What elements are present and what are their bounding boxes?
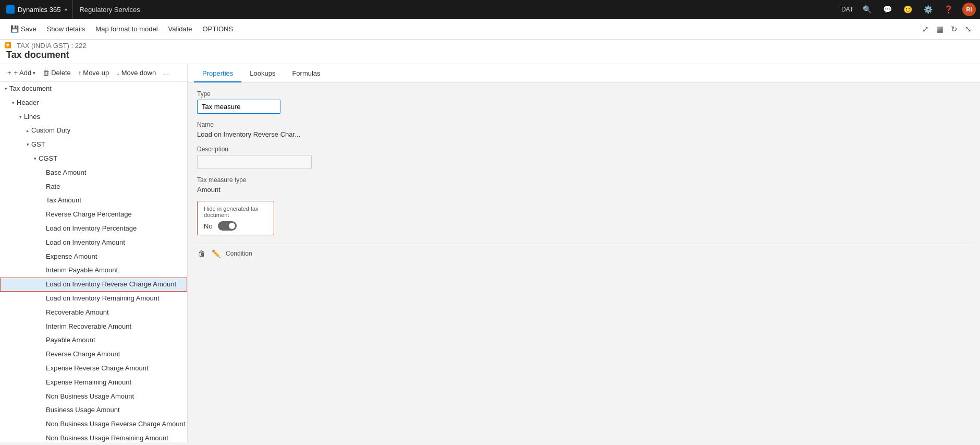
tree-item[interactable]: Load on Inventory Amount [0,236,187,250]
tree-item[interactable]: Base Amount [0,166,187,180]
tree-expand-spacer [39,379,46,386]
tree-expand-spacer [39,365,46,372]
condition-edit-icon[interactable]: ✏️ [211,248,222,259]
save-button[interactable]: 💾 Save [6,23,41,35]
hide-toggle[interactable] [218,221,237,231]
validate-button[interactable]: Validate [164,23,197,35]
tree-toolbar: + + Add ▾ 🗑 Delete ↑ Move up ↓ Move down… [0,64,187,82]
tree-item[interactable]: Load on Inventory Remaining Amount [0,292,187,306]
name-label: Name [197,121,971,128]
sidebar-toggle-icon[interactable]: ▦ [934,23,946,35]
tree-item[interactable]: Non Business Usage Remaining Amount [0,431,187,442]
tree-item[interactable]: Tax Amount [0,194,187,208]
tree-item[interactable]: Rate [0,180,187,194]
tree-expand-icon: ▾ [17,113,24,121]
description-label: Description [197,146,971,153]
tab-properties[interactable]: Properties [194,64,241,82]
move-up-button[interactable]: ↑ Move up [75,67,112,78]
fullscreen-icon[interactable]: ⤢ [920,23,931,35]
description-field-group: Description [197,146,971,169]
tree-item[interactable]: ▾ Header [0,96,187,110]
tree-item[interactable]: Reverse Charge Percentage [0,208,187,222]
tree-item[interactable]: ▸ Custom Duty [0,124,187,138]
tree-item[interactable]: ▾ CGST [0,152,187,166]
options-button[interactable]: OPTIONS [199,23,238,35]
tree-item[interactable]: Load on Inventory Reverse Charge Amount [0,278,187,292]
condition-delete-icon[interactable]: 🗑 [197,248,206,259]
show-details-button[interactable]: Show details [43,23,90,35]
tree-item-label: Non Business Usage Reverse Charge Amount [46,419,185,430]
tree-item[interactable]: Expense Amount [0,250,187,264]
refresh-icon[interactable]: ↻ [949,23,960,35]
move-down-button[interactable]: ↓ Move down [113,67,159,78]
more-options-button[interactable]: ... [160,67,172,78]
tab-lookups[interactable]: Lookups [241,64,284,82]
tree-item[interactable]: Interim Payable Amount [0,263,187,278]
main-layout: + + Add ▾ 🗑 Delete ↑ Move up ↓ Move down… [0,64,980,442]
tree-item[interactable]: Load on Inventory Percentage [0,222,187,236]
move-up-icon: ↑ [78,69,82,77]
tree-item-label: Custom Duty [31,125,185,136]
user-avatar[interactable]: RI [962,3,976,16]
expand-icon[interactable]: ⤡ [963,23,974,35]
type-input[interactable] [197,100,280,114]
tree-item[interactable]: Interim Recoverable Amount [0,320,187,334]
tree-item[interactable]: Recoverable Amount [0,306,187,320]
brand-area[interactable]: Dynamics 365 ▾ [4,0,73,19]
tree-item[interactable]: Payable Amount [0,333,187,347]
tree-item-label: Interim Payable Amount [46,265,185,276]
settings-icon[interactable]: ⚙️ [922,4,935,15]
tree-item-label: Load on Inventory Amount [46,237,185,248]
tab-formulas[interactable]: Formulas [284,64,328,82]
tree-item[interactable]: Expense Reverse Charge Amount [0,362,187,376]
tree-expand-spacer [39,211,46,219]
tree-item-label: Non Business Usage Amount [46,391,185,402]
d365-logo-icon [6,5,15,14]
properties-panel: Type Name Load on Inventory Reverse Char… [188,83,980,266]
tree-expand-spacer [39,295,46,302]
tree-item-label: Recoverable Amount [46,307,185,318]
tree-expand-spacer [39,253,46,260]
tree-item-label: Business Usage Amount [46,405,185,416]
tree-expand-spacer [39,225,46,232]
tree-expand-icon: ▾ [9,99,17,106]
app-name-label: Regulatory Services [79,6,140,14]
description-input[interactable] [197,155,312,169]
smiley-icon[interactable]: 🙂 [901,4,914,15]
tree-expand-spacer [39,309,46,316]
tree-expand-spacer [39,239,46,246]
tax-measure-type-label: Tax measure type [197,176,971,184]
tree-item-label: CGST [39,153,185,164]
top-navigation: Dynamics 365 ▾ Regulatory Services DAT 🔍… [0,0,980,19]
top-nav-right-area: DAT 🔍 💬 🙂 ⚙️ ❓ RI [841,3,976,16]
tree-item-label: Reverse Charge Amount [46,349,185,360]
tree-item[interactable]: Non Business Usage Amount [0,390,187,404]
tree-item[interactable]: ▾ GST [0,138,187,152]
tree-item[interactable]: Non Business Usage Reverse Charge Amount [0,417,187,431]
map-format-button[interactable]: Map format to model [91,23,162,35]
tree-item-label: Header [17,98,185,109]
hide-toggle-section: Hide in generated tax document No [197,201,274,235]
tree-item[interactable]: ▾ Lines [0,110,187,124]
command-bar: 💾 Save Show details Map format to model … [0,19,980,40]
tax-measure-type-value: Amount [197,186,971,194]
tree-expand-spacer [39,267,46,274]
add-button[interactable]: + + Add ▾ [4,67,39,78]
name-value: Load on Inventory Reverse Char... [197,130,971,138]
chat-icon[interactable]: 💬 [881,4,894,15]
breadcrumb: TAX (INDIA GST) : 222 [6,42,974,50]
tree-item[interactable]: Reverse Charge Amount [0,347,187,362]
tree-item-label: Tax Amount [46,195,185,206]
tree-item[interactable]: Expense Remaining Amount [0,376,187,390]
tax-measure-type-field-group: Tax measure type Amount [197,176,971,194]
tree-item-label: GST [31,139,185,150]
tree-item-label: Reverse Charge Percentage [46,209,185,220]
search-icon[interactable]: 🔍 [861,4,874,15]
tree-item[interactable]: ▾ Tax document [0,82,187,96]
tabs-bar: Properties Lookups Formulas [188,64,980,83]
help-icon[interactable]: ❓ [942,4,955,15]
tree-item-label: Load on Inventory Reverse Charge Amount [46,279,185,290]
tree-list: ▾ Tax document ▾ Header ▾ Lines ▸ Custom… [0,82,187,442]
tree-item[interactable]: Business Usage Amount [0,403,187,417]
delete-button[interactable]: 🗑 Delete [40,67,74,78]
